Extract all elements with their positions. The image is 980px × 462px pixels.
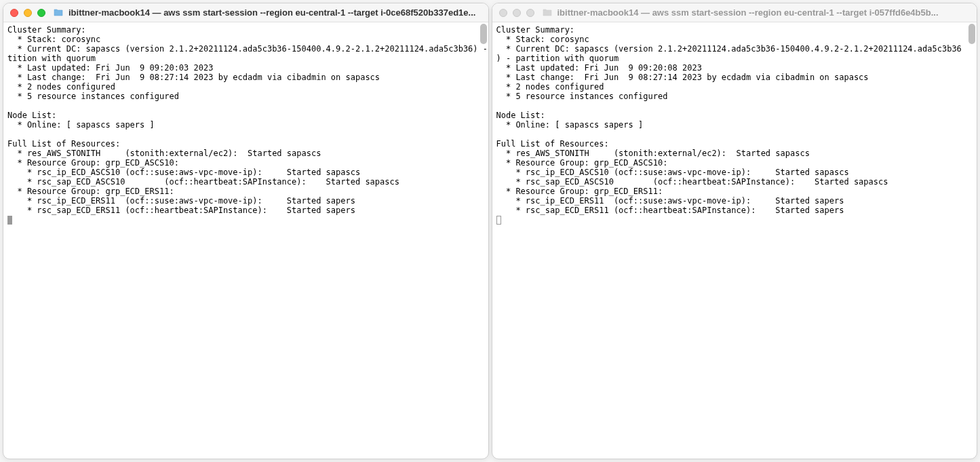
terminal-body-left[interactable]: Cluster Summary: * Stack: corosync * Cur… bbox=[3, 22, 488, 459]
traffic-lights-left bbox=[10, 9, 45, 17]
window-minimize-button[interactable] bbox=[513, 9, 521, 17]
titlebar-right[interactable]: ibittner-macbook14 — aws ssm start-sessi… bbox=[492, 3, 977, 22]
terminal-output-left[interactable]: Cluster Summary: * Stack: corosync * Cur… bbox=[3, 22, 488, 227]
window-minimize-button[interactable] bbox=[24, 9, 32, 17]
window-maximize-button[interactable] bbox=[526, 9, 534, 17]
window-title-right: ibittner-macbook14 — aws ssm start-sessi… bbox=[557, 7, 971, 18]
terminal-window-left: ibittner-macbook14 — aws ssm start-sessi… bbox=[3, 3, 489, 459]
window-close-button[interactable] bbox=[10, 9, 18, 17]
window-maximize-button[interactable] bbox=[37, 9, 45, 17]
titlebar-left[interactable]: ibittner-macbook14 — aws ssm start-sessi… bbox=[3, 3, 488, 22]
scrollbar-right[interactable] bbox=[968, 24, 975, 44]
terminal-body-right[interactable]: Cluster Summary: * Stack: corosync * Cur… bbox=[492, 22, 977, 459]
cursor-right bbox=[496, 216, 501, 225]
cursor-left bbox=[7, 216, 12, 225]
traffic-lights-right bbox=[499, 9, 534, 17]
terminal-output-right[interactable]: Cluster Summary: * Stack: corosync * Cur… bbox=[492, 22, 977, 227]
folder-icon bbox=[543, 9, 552, 16]
scrollbar-left[interactable] bbox=[480, 24, 487, 44]
window-title-left: ibittner-macbook14 — aws ssm start-sessi… bbox=[68, 7, 482, 18]
window-close-button[interactable] bbox=[499, 9, 507, 17]
folder-icon bbox=[54, 9, 63, 16]
terminal-window-right: ibittner-macbook14 — aws ssm start-sessi… bbox=[492, 3, 978, 459]
